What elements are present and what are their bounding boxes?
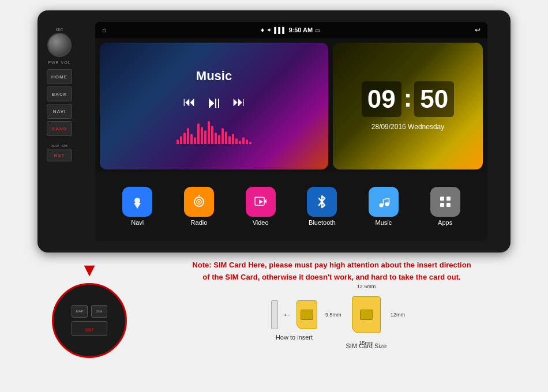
sim-zoom-label: SIM [96, 310, 103, 313]
red-arrow: ▼ [80, 259, 99, 281]
svg-rect-16 [440, 203, 444, 207]
signal-icon: ▌▌▌ [274, 27, 286, 33]
video-icon [246, 187, 276, 217]
navi-button[interactable]: NAVI [47, 104, 72, 119]
dim-right-label: 12mm [391, 312, 405, 318]
clock-hour: 09 [362, 81, 401, 117]
band-button[interactable]: BAND [47, 121, 72, 136]
band-label: BAND [51, 126, 67, 131]
music-visualizer [177, 121, 252, 144]
clock-date: 28/09/2016 Wednesday [371, 123, 445, 131]
home-icon: ⌂ [102, 26, 106, 34]
insert-label: How to insert [276, 334, 313, 341]
status-right: ↩ [475, 26, 481, 34]
note-text: Note: SIM Card Here, please must pay hig… [192, 259, 471, 284]
forward-button[interactable]: ⏭ [232, 95, 245, 110]
svg-rect-17 [446, 203, 451, 207]
sim-chip-insert [301, 310, 313, 320]
apps-label: Apps [438, 219, 452, 226]
head-unit: MIC PWR VOL HOME BACK NAVI BAND MAP SIM … [37, 10, 511, 252]
rst-zoom-area: RST [72, 321, 107, 336]
rst-zoom-label: RST [85, 328, 93, 332]
bluetooth-status-icon: ✦ [267, 27, 272, 34]
sim-insert-diagram: ← How to insert [271, 300, 317, 341]
note-section: Note: SIM Card Here, please must pay hig… [153, 259, 511, 349]
app-grid: Navi Radio [95, 172, 487, 241]
play-button[interactable]: ⏯ [206, 93, 222, 112]
map-label: MAP [51, 144, 59, 148]
clock-widget: 09 : 50 28/09/2016 Wednesday [333, 43, 483, 169]
sim-panel-label: SIM [61, 144, 67, 148]
bluetooth-label: Bluetooth [309, 219, 335, 226]
music-widget-title: Music [196, 69, 232, 84]
sim-chip-size [360, 310, 373, 320]
svg-rect-15 [446, 197, 451, 201]
app-bluetooth[interactable]: Bluetooth [307, 187, 337, 226]
battery-icon: ▭ [315, 27, 320, 33]
arrow-zoom-area: ▼ MAP SIM RST [37, 259, 141, 358]
app-music[interactable]: Music [369, 187, 399, 226]
rst-label: RST [54, 153, 65, 158]
rewind-button[interactable]: ⏮ [183, 95, 196, 110]
navi-icon [122, 187, 152, 217]
sim-diagrams: ← How to insert 12.5mm 9.5mm 12mm [271, 292, 392, 349]
rst-button[interactable]: RST [47, 149, 72, 161]
dim-top-label: 12.5mm [357, 284, 376, 289]
back-status-icon: ↩ [475, 26, 481, 34]
left-panel: MIC PWR VOL HOME BACK NAVI BAND MAP SIM … [42, 22, 77, 241]
volume-knob[interactable] [47, 33, 72, 57]
home-label: HOME [51, 74, 67, 80]
dim-left-label: 9.5mm [325, 312, 341, 318]
app-radio[interactable]: Radio [184, 187, 214, 226]
sim-card-insert [296, 300, 317, 329]
location-status-icon: ♦ [261, 26, 264, 34]
screen: ⌂ ♦ ✦ ▌▌▌ 9:50 AM ▭ ↩ Music ⏮ ⏯ ⏭ [95, 22, 487, 241]
video-label: Video [253, 219, 269, 226]
back-label: BACK [51, 92, 67, 97]
widgets-area: Music ⏮ ⏯ ⏭ [95, 38, 487, 176]
music-controls: ⏮ ⏯ ⏭ [183, 93, 245, 112]
svg-marker-8 [259, 199, 263, 204]
svg-point-0 [134, 198, 140, 203]
zoom-circle: MAP SIM RST [52, 283, 127, 358]
sim-insert-row: ← [271, 300, 317, 329]
app-navi[interactable]: Navi [122, 187, 152, 226]
mic-label: MIC [56, 28, 63, 32]
radio-icon [184, 187, 214, 217]
insert-arrow-icon: ← [283, 310, 292, 320]
music-icon [369, 187, 399, 217]
clock-time: 09 : 50 [362, 81, 455, 117]
clock-colon: : [404, 84, 412, 112]
map-zoom-btn[interactable]: MAP [72, 305, 88, 318]
sim-slot [271, 300, 278, 329]
back-button[interactable]: BACK [47, 86, 72, 101]
svg-point-10 [385, 202, 389, 206]
app-video[interactable]: Video [246, 187, 276, 226]
music-label: Music [376, 219, 392, 226]
status-left: ⌂ [102, 26, 106, 34]
navi-label: NAVI [53, 109, 66, 114]
dim-bottom-label: 15mm [359, 340, 373, 346]
home-button[interactable]: HOME [47, 69, 72, 84]
music-widget[interactable]: Music ⏮ ⏯ ⏭ [100, 43, 328, 169]
bluetooth-icon [307, 187, 337, 217]
clock-minute: 50 [414, 81, 454, 117]
app-apps[interactable]: Apps [430, 187, 460, 226]
bottom-section: ▼ MAP SIM RST Note: SIM Card Here, pleas… [37, 259, 511, 358]
svg-line-13 [383, 198, 389, 199]
status-bar: ⌂ ♦ ✦ ▌▌▌ 9:50 AM ▭ ↩ [95, 22, 487, 38]
note-line1: Note: SIM Card Here, please must pay hig… [192, 261, 471, 269]
note-line2: of the SIM Card, otherwise it doesn't wo… [202, 273, 460, 281]
svg-point-4 [198, 201, 200, 203]
navi-label: Navi [131, 219, 144, 226]
status-center: ♦ ✦ ▌▌▌ 9:50 AM ▭ [261, 26, 320, 34]
svg-point-9 [379, 203, 383, 208]
apps-icon [430, 187, 460, 217]
sim-size-container: 12.5mm 9.5mm 12mm 15mm [340, 292, 392, 338]
sim-zoom-btn[interactable]: SIM [91, 305, 107, 318]
svg-rect-14 [440, 197, 444, 201]
sim-size-card [352, 296, 381, 333]
pwr-vol-label: PWR VOL [48, 61, 70, 65]
status-time: 9:50 AM [288, 27, 313, 33]
sim-size-diagram: 12.5mm 9.5mm 12mm 15mm SIM Card Size [340, 292, 392, 349]
